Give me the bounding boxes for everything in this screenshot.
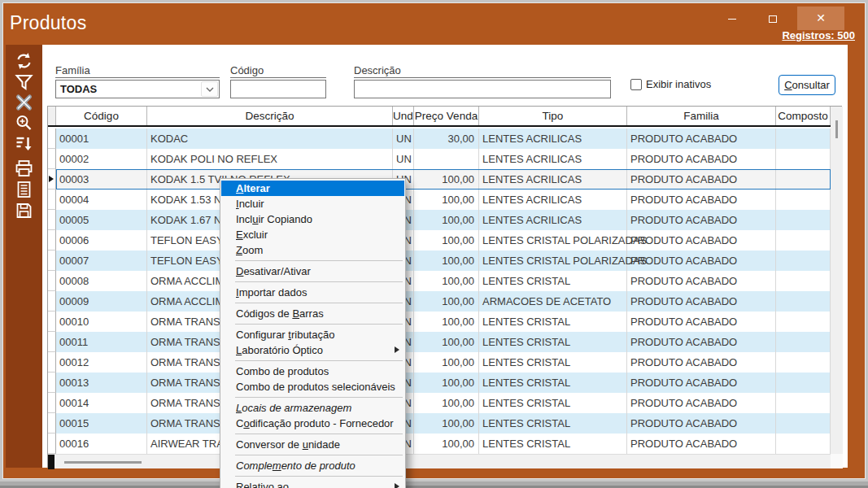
table-row[interactable]: 00002KODAK POLI NO REFLEXUNLENTES ACRILI… — [48, 149, 831, 169]
vertical-scrollbar[interactable] — [831, 107, 843, 454]
zoom-icon[interactable] — [13, 113, 35, 133]
menu-item-incluir[interactable]: Incluir — [220, 196, 405, 211]
minimize-icon — [728, 19, 736, 20]
grid-cell: LENTES CRISTAL POLARIZADAS — [479, 251, 627, 271]
menu-item-locais-de-armazenagem[interactable]: Locais de armazenagem — [220, 400, 405, 416]
close-button[interactable]: ✕ — [797, 7, 844, 30]
grid-cell: PRODUTO ACABADO — [627, 210, 776, 230]
menu-item-codifica-o-produto-fornecedor[interactable]: Codificação produto - Fornecedor — [220, 416, 405, 431]
horizontal-scroll-thumb[interactable] — [64, 461, 142, 464]
menu-separator — [220, 473, 405, 479]
column-header-descri-o[interactable]: Descrição — [147, 107, 393, 125]
grid-cell: LENTES CRISTAL — [479, 434, 627, 454]
menu-separator — [220, 321, 405, 327]
grid-cell — [776, 393, 831, 413]
menu-item-complemento-de-produto[interactable]: Complemento de produto — [220, 458, 405, 473]
column-header-pre-o-venda[interactable]: Preço Venda — [414, 107, 479, 125]
table-row[interactable]: 00012ORMA TRANSITIUN100,00LENTES CRISTAL… — [48, 352, 831, 373]
grid-cell: LENTES CRISTAL — [479, 271, 627, 291]
row-gutter — [48, 149, 56, 169]
table-row[interactable]: 00007TEFLON EASY CAUN100,00LENTES CRISTA… — [48, 251, 831, 271]
registros-link[interactable]: Registros: 500 — [782, 29, 855, 41]
table-row[interactable]: 00013ORMA TRANSITIUN100,00LENTES CRISTAL… — [48, 373, 831, 393]
scroll-corner-block — [48, 455, 55, 469]
bottom-frame-strip — [0, 479, 868, 488]
table-row[interactable]: 00011ORMA TRANSITIUN100,00LENTES CRISTAL… — [48, 332, 831, 352]
column-header-tipo[interactable]: Tipo — [479, 107, 627, 125]
grid-cell: PRODUTO ACABADO — [627, 352, 776, 373]
exibir-inativos-checkbox[interactable]: Exibir inativos — [630, 78, 711, 90]
window-title: Produtos — [10, 12, 86, 34]
menu-item-alterar[interactable]: Alterar — [221, 181, 404, 196]
grid-cell: PRODUTO ACABADO — [627, 230, 776, 251]
print-icon[interactable] — [13, 159, 35, 178]
menu-item-c-digos-de-barras[interactable]: Códigos de Barras — [220, 306, 405, 321]
table-row[interactable]: 00008ORMA ACCLIMAUN100,00LENTES CRISTALP… — [48, 271, 831, 291]
chevron-down-icon[interactable] — [201, 81, 218, 97]
sync-icon[interactable] — [13, 51, 35, 71]
report-icon[interactable] — [13, 180, 35, 199]
sort-icon[interactable] — [13, 133, 35, 153]
table-row[interactable]: 00001KODACUN30,00LENTES ACRILICASPRODUTO… — [48, 129, 831, 149]
minimize-button[interactable] — [713, 7, 752, 30]
grid-header-gutter — [48, 107, 56, 125]
grid-cell: LENTES CRISTAL — [479, 312, 627, 332]
grid-cell: PRODUTO ACABADO — [627, 271, 776, 291]
grid-cell: 00004 — [56, 190, 147, 210]
vertical-scroll-thumb[interactable] — [835, 120, 838, 138]
menu-item-desativar-ativar[interactable]: Desativar/Ativar — [220, 264, 405, 279]
screen: Produtos Registros: 500 ✕ — [0, 0, 868, 488]
column-header-familia[interactable]: Familia — [627, 107, 776, 125]
grid-cell: PRODUTO ACABADO — [627, 312, 776, 332]
table-row[interactable]: 00016AIRWEAR TRANSUN100,00LENTES CRISTAL… — [48, 434, 831, 454]
menu-item-laborat-rio-ptico[interactable]: Laboratório Óptico — [220, 342, 405, 358]
menu-item-relativo-ao[interactable]: Relativo ao — [220, 479, 405, 488]
grid-cell: LENTES ACRILICAS — [479, 190, 627, 210]
table-row[interactable]: 00005KODAK 1.67 NOUN100,00LENTES ACRILIC… — [48, 210, 831, 230]
column-header-und[interactable]: Und — [393, 107, 414, 125]
consultar-button[interactable]: Consultar — [779, 75, 835, 95]
titlebar: Produtos Registros: 500 ✕ — [2, 2, 866, 45]
table-row[interactable]: 00009ORMA ACCLIMAUN100,00ARMACOES DE ACE… — [48, 291, 831, 312]
menu-item-combo-de-produtos[interactable]: Combo de produtos — [220, 364, 405, 379]
grid-cell: 00013 — [56, 373, 147, 393]
grid-cell: 00003 — [56, 169, 147, 190]
maximize-button[interactable] — [753, 7, 792, 30]
grid-cell: LENTES ACRILICAS — [479, 129, 627, 149]
grid-cell: 00010 — [56, 312, 147, 332]
column-header-composto[interactable]: Composto — [776, 107, 831, 125]
clear-filter-icon[interactable] — [13, 93, 35, 112]
table-row[interactable]: 00010ORMA TRANSITIUN100,00LENTES CRISTAL… — [48, 312, 831, 332]
familia-filter-group: Família TODAS — [55, 64, 220, 98]
grid-cell: 100,00 — [414, 373, 479, 393]
menu-item-configurar-tributa-o[interactable]: Configurar tributação — [220, 327, 405, 342]
menu-item-importar-dados[interactable]: Importar dados — [220, 285, 405, 300]
grid-cell: LENTES CRISTAL — [479, 373, 627, 393]
grid-cell — [414, 149, 479, 169]
grid-cell: PRODUTO ACABADO — [627, 190, 776, 210]
table-row[interactable]: 00004KODAK 1.53 NOUN100,00LENTES ACRILIC… — [48, 190, 831, 210]
menu-separator — [220, 431, 405, 437]
familia-combobox[interactable]: TODAS — [55, 80, 220, 98]
column-header-c-digo[interactable]: Código — [56, 107, 147, 125]
grid-cell: 100,00 — [414, 393, 479, 413]
table-row[interactable]: 00014ORMA TRANSITIUN100,00LENTES CRISTAL… — [48, 393, 831, 413]
grid-cell — [776, 169, 831, 190]
filter-icon[interactable] — [13, 72, 35, 92]
menu-item-zoom[interactable]: Zoom — [220, 242, 405, 258]
codigo-input[interactable] — [231, 81, 325, 98]
horizontal-scrollbar[interactable] — [48, 454, 831, 468]
grid-cell: PRODUTO ACABADO — [627, 251, 776, 271]
menu-item-combo-de-produtos-selecion-veis[interactable]: Combo de produtos selecionáveis — [220, 379, 405, 394]
menu-item-excluir[interactable]: Excluir — [220, 227, 405, 242]
menu-item-incluir-copiando[interactable]: Incluir Copiando — [220, 211, 405, 227]
grid-cell: 100,00 — [414, 291, 479, 312]
table-row[interactable]: 00003KODAK 1.5 TVII NO REFLEXUN100,00LEN… — [48, 169, 831, 190]
menu-item-conversor-de-unidade[interactable]: Conversor de unidade — [220, 437, 405, 452]
descricao-input[interactable] — [355, 81, 610, 98]
save-icon[interactable] — [13, 201, 35, 220]
table-row[interactable]: 00015ORMA TRANSITIUN100,00LENTES CRISTAL… — [48, 413, 831, 434]
content-panel: Família TODAS Código Descrição Exibir in… — [42, 45, 848, 468]
table-row[interactable]: 00006TEFLON EASY CAUN100,00LENTES CRISTA… — [48, 230, 831, 251]
grid-cell: UN — [393, 149, 414, 169]
